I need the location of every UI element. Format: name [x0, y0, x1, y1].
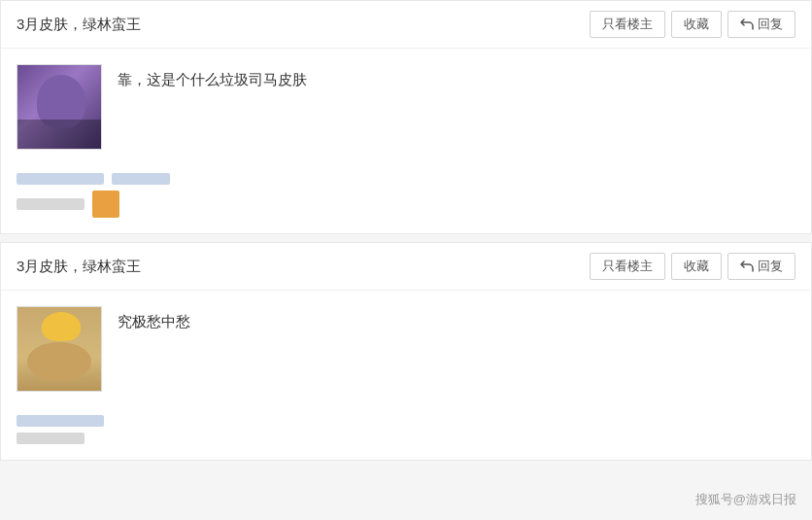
only-op-button-2[interactable]: 只看楼主 — [590, 253, 665, 280]
reply-icon-2 — [740, 260, 754, 272]
reply-button-1[interactable]: 回复 — [727, 11, 795, 38]
username-bar-2 — [17, 415, 104, 427]
post-body-1: 靠，这是个什么垃圾司马皮肤 — [1, 49, 811, 233]
avatar-1 — [17, 64, 102, 150]
user-info-row-2 — [17, 415, 795, 427]
post-text-2: 究极愁中愁 — [118, 306, 190, 333]
collect-button-1[interactable]: 收藏 — [671, 11, 722, 38]
post-content-row-2: 究极愁中愁 — [17, 306, 795, 392]
post-header-1: 3月皮肤，绿林蛮王 只看楼主 收藏 回复 — [1, 1, 811, 49]
post-content-row-1: 靠，这是个什么垃圾司马皮肤 — [17, 64, 795, 150]
time-bar-2 — [17, 433, 85, 444]
avatar-2 — [17, 306, 102, 392]
post-footer-2 — [17, 407, 795, 444]
post-header-2: 3月皮肤，绿林蛮王 只看楼主 收藏 回复 — [1, 243, 811, 291]
user-info-row-1 — [17, 173, 795, 185]
extra-bar-1 — [112, 173, 170, 185]
post-title-2: 3月皮肤，绿林蛮王 — [17, 258, 141, 276]
post-title-1: 3月皮肤，绿林蛮王 — [17, 16, 141, 34]
post-text-area-2: 究极愁中愁 — [118, 306, 190, 333]
username-bar-1 — [17, 173, 104, 185]
watermark: 搜狐号@游戏日报 — [695, 491, 796, 508]
post-block-2: 3月皮肤，绿林蛮王 只看楼主 收藏 回复 究极愁中愁 — [0, 242, 812, 461]
post-footer-1 — [17, 165, 795, 218]
time-row-2 — [17, 433, 795, 444]
reply-label-1: 回复 — [758, 16, 783, 33]
post-actions-2: 只看楼主 收藏 回复 — [590, 253, 795, 280]
time-row-1 — [17, 191, 795, 218]
collect-button-2[interactable]: 收藏 — [671, 253, 722, 280]
post-text-area-1: 靠，这是个什么垃圾司马皮肤 — [118, 64, 307, 91]
post-block-1: 3月皮肤，绿林蛮王 只看楼主 收藏 回复 靠，这是个什么垃圾司马皮肤 — [0, 0, 812, 234]
time-bar-1 — [17, 198, 85, 210]
reply-button-2[interactable]: 回复 — [727, 253, 795, 280]
reply-icon-1 — [740, 18, 754, 30]
reply-label-2: 回复 — [758, 258, 783, 275]
only-op-button-1[interactable]: 只看楼主 — [590, 11, 665, 38]
post-actions-1: 只看楼主 收藏 回复 — [590, 11, 795, 38]
post-text-1: 靠，这是个什么垃圾司马皮肤 — [118, 64, 307, 91]
post-body-2: 究极愁中愁 — [1, 291, 811, 460]
like-box-1 — [92, 191, 119, 218]
